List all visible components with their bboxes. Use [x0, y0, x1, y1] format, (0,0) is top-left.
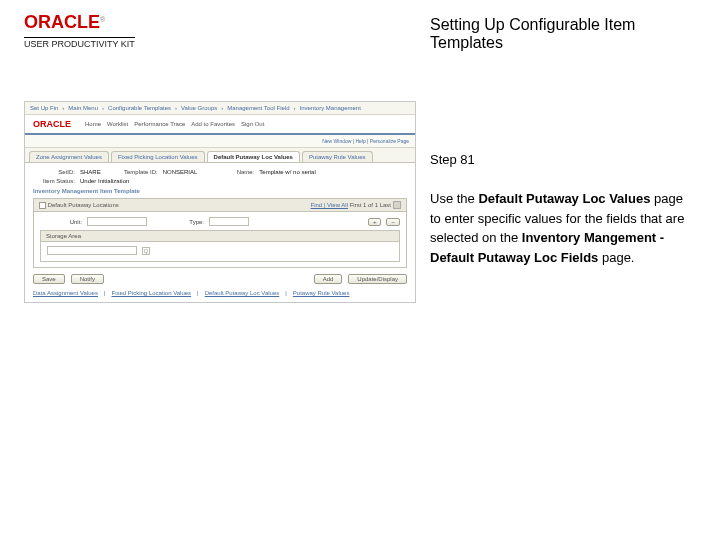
grid-action-icon[interactable]: [393, 201, 401, 209]
storage-area-input[interactable]: [47, 246, 137, 255]
tab-zone-assignment[interactable]: Zone Assignment Values: [29, 151, 109, 162]
logo-registered: ®: [100, 16, 105, 23]
expand-toggle[interactable]: [39, 202, 46, 209]
storage-area-header: Storage Area: [40, 230, 400, 242]
tab-row: Zone Assignment Values Fixed Picking Loc…: [25, 148, 415, 163]
logo-subtitle: USER PRODUCTIVITY KIT: [24, 37, 135, 49]
utility-links[interactable]: New Window | Help | Personalize Page: [25, 135, 415, 148]
bottom-tab-links: Data Assignment Values| Fixed Picking Lo…: [33, 290, 407, 296]
section-heading: Inventory Management Item Template: [33, 188, 140, 194]
instruction-bold-1: Default Putaway Loc Values: [478, 191, 650, 206]
setid-value: SHARE: [80, 169, 101, 175]
breadcrumb-item[interactable]: Configurable Templates: [108, 105, 171, 111]
breadcrumb-item[interactable]: Main Menu: [68, 105, 98, 111]
type-select[interactable]: [209, 217, 249, 226]
lookup-icon[interactable]: Q: [142, 247, 150, 255]
step-number: Step 81: [430, 152, 690, 167]
nav-signout[interactable]: Sign Out: [241, 121, 264, 127]
page-title: Setting Up Configurable Item Templates: [430, 16, 690, 52]
nav-home[interactable]: Home: [85, 121, 101, 127]
setid-label: SetID:: [33, 169, 75, 175]
breadcrumb: Set Up Fin› Main Menu› Configurable Temp…: [25, 102, 415, 115]
logo-brand: ORACLE: [24, 12, 100, 32]
link-default-putaway[interactable]: Default Putaway Loc Values: [205, 290, 280, 296]
instruction-text: Use the Default Putaway Loc Values page …: [430, 189, 690, 267]
name-label: Name:: [212, 169, 254, 175]
breadcrumb-item[interactable]: Management Tool Field: [227, 105, 289, 111]
item-status-label: Item Status:: [33, 178, 75, 184]
embedded-app-screenshot: Set Up Fin› Main Menu› Configurable Temp…: [24, 101, 416, 303]
pager-text: First 1 of 1 Last: [350, 202, 391, 208]
item-status-value: Under Initialization: [80, 178, 129, 184]
unit-input[interactable]: [87, 217, 147, 226]
template-id-label: Template ID:: [116, 169, 158, 175]
template-id-value: NONSERIAL: [163, 169, 198, 175]
oracle-upk-logo: ORACLE® USER PRODUCTIVITY KIT: [24, 12, 412, 51]
putaway-locations-title: Default Putaway Locations: [48, 202, 119, 208]
add-row-button[interactable]: +: [368, 218, 382, 226]
save-button[interactable]: Save: [33, 274, 65, 284]
tab-putaway-rule[interactable]: Putaway Rule Values: [302, 151, 373, 162]
update-display-button[interactable]: Update/Display: [348, 274, 407, 284]
type-label: Type:: [162, 219, 204, 225]
breadcrumb-item[interactable]: Set Up Fin: [30, 105, 58, 111]
link-putaway-rule[interactable]: Putaway Rule Values: [293, 290, 350, 296]
storage-area-title: Storage Area: [46, 233, 81, 239]
unit-label: Unit:: [40, 219, 82, 225]
find-link[interactable]: Find | View All: [311, 202, 348, 208]
link-data-assignment[interactable]: Data Assignment Values: [33, 290, 98, 296]
instruction-post: page.: [598, 250, 634, 265]
instruction-pre: Use the: [430, 191, 478, 206]
link-fixed-picking[interactable]: Fixed Picking Location Values: [112, 290, 192, 296]
app-oracle-logo: ORACLE: [33, 119, 71, 129]
breadcrumb-item[interactable]: Inventory Management: [300, 105, 361, 111]
nav-perf-trace[interactable]: Performance Trace: [134, 121, 185, 127]
name-value: Template w/ no serial: [259, 169, 315, 175]
nav-favorites[interactable]: Add to Favorites: [191, 121, 235, 127]
tab-default-putaway[interactable]: Default Putaway Loc Values: [207, 151, 300, 162]
delete-row-button[interactable]: −: [386, 218, 400, 226]
nav-worklist[interactable]: Worklist: [107, 121, 128, 127]
breadcrumb-item[interactable]: Value Groups: [181, 105, 217, 111]
add-button[interactable]: Add: [314, 274, 343, 284]
putaway-locations-header: Default Putaway Locations Find | View Al…: [33, 198, 407, 212]
tab-fixed-picking[interactable]: Fixed Picking Location Values: [111, 151, 205, 162]
notify-button[interactable]: Notify: [71, 274, 104, 284]
